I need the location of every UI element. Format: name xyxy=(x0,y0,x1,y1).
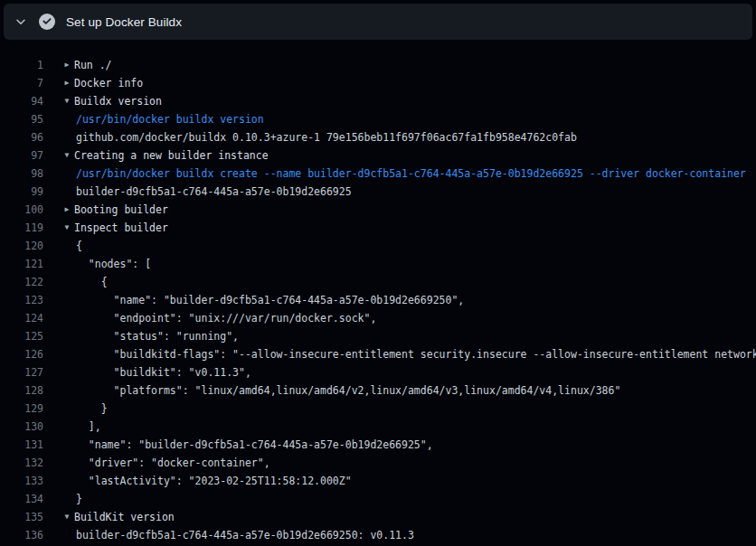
line-number[interactable]: 120 xyxy=(0,237,43,255)
step-header[interactable]: Set up Docker Buildx xyxy=(4,4,752,40)
step-title: Set up Docker Buildx xyxy=(66,15,182,29)
log-line: 126 "buildkitd-flags": "--allow-insecure… xyxy=(0,345,756,363)
log-text: BuildKit version xyxy=(74,508,175,526)
log-container: 1▶Run ./7▶Docker info94▼Buildx version95… xyxy=(0,56,756,544)
log-line[interactable]: 97▼Creating a new builder instance xyxy=(0,146,756,165)
log-line: 127 "buildkit": "v0.11.3", xyxy=(0,363,756,381)
line-number[interactable]: 121 xyxy=(0,255,43,273)
line-number[interactable]: 98 xyxy=(0,165,43,183)
line-number[interactable]: 1 xyxy=(0,56,43,74)
chevron-down-icon[interactable] xyxy=(14,15,27,28)
line-number[interactable]: 131 xyxy=(0,436,43,454)
log-line: 131 "name": "builder-d9cfb5a1-c764-445a-… xyxy=(0,436,756,454)
log-text: builder-d9cfb5a1-c764-445a-a57e-0b19d2e6… xyxy=(76,526,414,544)
check-circle-icon xyxy=(39,14,55,30)
log-text: builder-d9cfb5a1-c764-445a-a57e-0b19d2e6… xyxy=(76,183,352,201)
log-text: Docker info xyxy=(74,74,143,92)
log-text: "name": "builder-d9cfb5a1-c764-445a-a57e… xyxy=(76,436,433,454)
line-number[interactable]: 127 xyxy=(0,363,43,381)
log-text: { xyxy=(76,273,108,291)
log-text: Inspect builder xyxy=(74,219,168,237)
log-line[interactable]: 1▶Run ./ xyxy=(0,56,756,74)
log-text: "buildkit": "v0.11.3", xyxy=(76,363,251,381)
line-number[interactable]: 124 xyxy=(0,309,43,327)
line-number[interactable]: 125 xyxy=(0,327,43,345)
line-number[interactable]: 135 xyxy=(0,508,43,526)
log-line: 132 "driver": "docker-container", xyxy=(0,454,756,472)
log-line: 99builder-d9cfb5a1-c764-445a-a57e-0b19d2… xyxy=(0,183,756,201)
log-line: 123 "name": "builder-d9cfb5a1-c764-445a-… xyxy=(0,291,756,309)
log-line: 133 "lastActivity": "2023-02-25T11:58:12… xyxy=(0,472,756,490)
log-text: Booting builder xyxy=(74,201,168,219)
log-text: "lastActivity": "2023-02-25T11:58:12.000… xyxy=(76,472,352,490)
log-line: 96github.com/docker/buildx 0.10.3+azure-… xyxy=(0,128,756,146)
line-number[interactable]: 119 xyxy=(0,219,43,237)
log-text: } xyxy=(76,490,82,508)
expand-triangle-icon[interactable]: ▶ xyxy=(61,74,72,92)
line-number[interactable]: 7 xyxy=(0,74,43,92)
log-text: Creating a new builder instance xyxy=(74,146,269,165)
log-line: 120{ xyxy=(0,237,756,255)
log-text: "nodes": [ xyxy=(76,255,151,273)
log-text: } xyxy=(76,400,108,418)
line-number[interactable]: 130 xyxy=(0,418,43,436)
collapse-triangle-icon[interactable]: ▼ xyxy=(61,508,72,526)
line-number[interactable]: 128 xyxy=(0,381,43,400)
expand-triangle-icon[interactable]: ▶ xyxy=(61,56,72,74)
line-number[interactable]: 132 xyxy=(0,454,43,472)
log-text: Run ./ xyxy=(74,56,112,74)
log-line[interactable]: 135▼BuildKit version xyxy=(0,508,756,526)
line-number[interactable]: 136 xyxy=(0,526,43,544)
log-line: 125 "status": "running", xyxy=(0,327,756,345)
log-line: 124 "endpoint": "unix:///var/run/docker.… xyxy=(0,309,756,327)
line-number[interactable]: 95 xyxy=(0,110,43,128)
line-number[interactable]: 133 xyxy=(0,472,43,490)
log-text: { xyxy=(76,237,82,255)
collapse-triangle-icon[interactable]: ▼ xyxy=(61,219,72,237)
log-line: 122 { xyxy=(0,273,756,291)
log-text: "endpoint": "unix:///var/run/docker.sock… xyxy=(76,309,376,327)
line-number[interactable]: 123 xyxy=(0,291,43,309)
log-text: "buildkitd-flags": "--allow-insecure-ent… xyxy=(76,345,756,363)
line-number[interactable]: 134 xyxy=(0,490,43,508)
log-text: /usr/bin/docker buildx create --name bui… xyxy=(76,165,746,183)
log-line: 95/usr/bin/docker buildx version xyxy=(0,110,756,128)
log-line: 121 "nodes": [ xyxy=(0,255,756,273)
line-number[interactable]: 100 xyxy=(0,201,43,219)
line-number[interactable]: 122 xyxy=(0,273,43,291)
line-number[interactable]: 96 xyxy=(0,128,43,146)
line-number[interactable]: 97 xyxy=(0,146,43,165)
line-number[interactable]: 99 xyxy=(0,183,43,201)
line-number[interactable]: 94 xyxy=(0,92,43,110)
log-text: "platforms": "linux/amd64,linux/amd64/v2… xyxy=(76,381,620,400)
log-line: 98/usr/bin/docker buildx create --name b… xyxy=(0,165,756,183)
log-line: 134} xyxy=(0,490,756,508)
line-number[interactable]: 129 xyxy=(0,400,43,418)
log-line[interactable]: 119▼Inspect builder xyxy=(0,219,756,237)
expand-triangle-icon[interactable]: ▶ xyxy=(61,201,72,219)
line-number[interactable]: 126 xyxy=(0,345,43,363)
log-line: 128 "platforms": "linux/amd64,linux/amd6… xyxy=(0,381,756,400)
log-line[interactable]: 7▶Docker info xyxy=(0,74,756,92)
log-line: 136builder-d9cfb5a1-c764-445a-a57e-0b19d… xyxy=(0,526,756,544)
log-line: 129 } xyxy=(0,400,756,418)
collapse-triangle-icon[interactable]: ▼ xyxy=(61,146,72,165)
log-text: /usr/bin/docker buildx version xyxy=(76,110,264,128)
log-line[interactable]: 100▶Booting builder xyxy=(0,201,756,219)
log-line: 130 ], xyxy=(0,418,756,436)
collapse-triangle-icon[interactable]: ▼ xyxy=(61,92,72,110)
log-text: Buildx version xyxy=(74,92,162,110)
log-text: "name": "builder-d9cfb5a1-c764-445a-a57e… xyxy=(76,291,464,309)
log-line[interactable]: 94▼Buildx version xyxy=(0,92,756,110)
log-text: "status": "running", xyxy=(76,327,239,345)
log-text: "driver": "docker-container", xyxy=(76,454,270,472)
log-text: ], xyxy=(76,418,101,436)
log-text: github.com/docker/buildx 0.10.3+azure-1 … xyxy=(76,128,577,146)
